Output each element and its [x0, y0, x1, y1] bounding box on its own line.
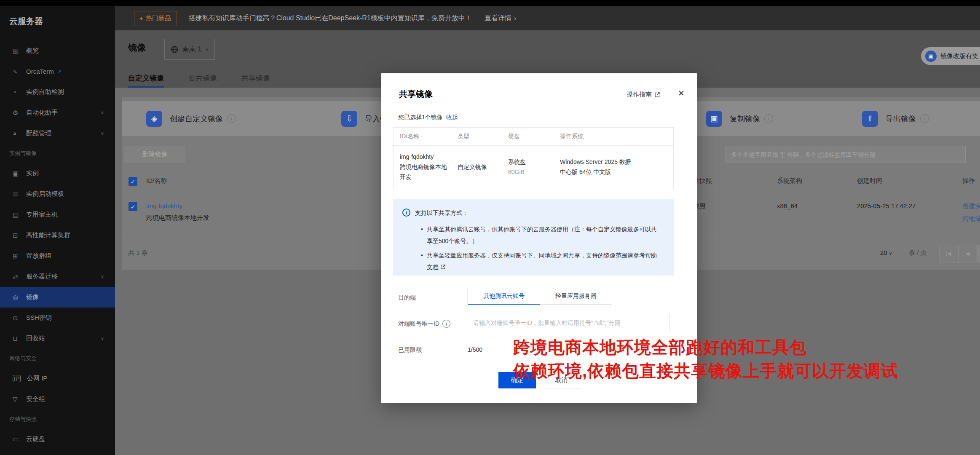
sidebar-item-security-group[interactable]: ▽安全组 — [0, 389, 115, 410]
annotation-line-2: 依赖环境,依赖包直接共享镜像上手就可以开发调试 — [513, 359, 898, 383]
external-link-icon — [654, 92, 660, 98]
row-checkbox[interactable]: ✓ — [129, 202, 137, 211]
tab-public-images[interactable]: 公共镜像 — [188, 68, 217, 88]
disk-icon: ▭ — [13, 436, 26, 443]
window-top-strip — [0, 0, 980, 6]
selected-image-row: img-fqdokhty跨境电商镜像本地开发 自定义镜像 系统盘80GiB Wi… — [394, 146, 673, 189]
sidebar-item-placement-group[interactable]: ⊞置放群组 — [0, 246, 115, 266]
image-icon: ◎ — [13, 294, 26, 301]
create-image-icon: ◈ — [146, 111, 162, 127]
export-image-icon: ⇧ — [862, 111, 878, 127]
flame-icon: ♦ — [140, 15, 143, 21]
m-col-os: 操作系统 — [560, 133, 667, 140]
operation-guide-link[interactable]: 操作指南 — [627, 91, 660, 99]
chevron-down-icon: ∨ — [889, 251, 892, 256]
m-image-type: 自定义镜像 — [458, 162, 508, 172]
host-icon: ▤ — [13, 211, 26, 219]
announcement-banner: ♦热门新品 搭建私有知识库动手门槛高？Cloud Studio已在DeepSee… — [115, 6, 980, 30]
pager-prev-button[interactable]: ◀ — [958, 245, 977, 262]
quota-value: 1/500 — [468, 346, 482, 353]
select-all-checkbox[interactable]: ✓ — [129, 177, 137, 186]
m-col-id: ID/名称 — [394, 133, 458, 140]
close-icon[interactable]: ✕ — [678, 88, 685, 98]
search-input[interactable] — [726, 146, 966, 163]
trash-icon: ⊔ — [13, 335, 26, 343]
sidebar-item-self-check[interactable]: ◔实例自助检测 — [0, 82, 115, 102]
page-size-select[interactable]: 20 ∨ — [880, 249, 892, 256]
instance-icon: ▣ — [13, 170, 26, 177]
info-icon[interactable]: i — [442, 320, 450, 328]
peer-account-input[interactable] — [468, 314, 670, 331]
sidebar-section-instances-images: 实例与镜像 — [0, 144, 115, 163]
dest-tencent-account-button[interactable]: 其他腾讯云账号 — [468, 288, 540, 305]
page-size-unit: 条 / 页 — [909, 249, 927, 257]
info-icon: i — [402, 209, 410, 217]
total-count: 共 1 条 — [128, 249, 148, 257]
sidebar-item-hpc-cluster[interactable]: ⊡高性能计算集群 — [0, 225, 115, 246]
notice-bullet-2: 共享至轻量应用服务器，仅支持同账号下、同地域之间共享，支持的镜像范围请参考帮助文… — [421, 249, 662, 273]
chevron-down-icon: ∨ — [101, 110, 104, 115]
product-title: 云服务器 — [0, 6, 115, 36]
collapse-link[interactable]: 收起 — [446, 114, 458, 120]
op-create-instance-link[interactable]: 创建实例 — [962, 202, 980, 210]
sidebar-item-overview[interactable]: ▦概览 — [0, 40, 115, 61]
export-image-card[interactable]: ⇧ 导出镜像 i — [843, 101, 980, 136]
destination-toggle: 其他腾讯云账号 轻量应用服务器 — [468, 288, 612, 305]
sidebar-item-cloud-disk[interactable]: ▭云硬盘 — [0, 429, 115, 450]
tab-custom-images[interactable]: 自定义镜像 — [128, 68, 164, 88]
disk-label: 系统盘 — [508, 157, 560, 167]
migration-icon: ⇄ — [13, 273, 26, 281]
delete-image-button[interactable]: 删除镜像 — [124, 146, 185, 163]
view-details-link[interactable]: 查看详情› — [485, 14, 516, 23]
image-revamp-promo[interactable]: ▣ 镜像改版有奖 — [921, 47, 980, 65]
dialog-title: 共享镜像 — [399, 88, 433, 100]
sidebar-item-quota[interactable]: ◕配额管理∨ — [0, 123, 115, 144]
screen: 云服务器 ▦概览 ∿OrcaTerm↗ ◔实例自助检测 ⚙自动化助手∨ ◕配额管… — [0, 0, 980, 455]
globe-icon — [171, 46, 179, 54]
template-icon: ☰ — [13, 190, 26, 198]
sidebar-section-network-security: 网络与安全 — [0, 349, 115, 368]
sidebar-item-ssh-keys[interactable]: ⊙SSH密钥 — [0, 308, 115, 328]
sidebar-item-images[interactable]: ◎镜像 — [0, 287, 115, 308]
sidebar-item-automation[interactable]: ⚙自动化助手∨ — [0, 102, 115, 123]
col-arch: 系统架构 — [777, 177, 802, 185]
m-col-disk: 硬盘 — [508, 133, 560, 140]
copy-image-card[interactable]: ▣ 复制镜像 i — [679, 101, 864, 136]
create-custom-image-card[interactable]: ◈ 创建自定义镜像 i — [122, 101, 265, 136]
m-image-id: img-fqdokhty — [400, 152, 458, 162]
sidebar-item-recycle-bin[interactable]: ⊔回收站∨ — [0, 328, 115, 349]
gear-icon: ⚙ — [13, 109, 26, 117]
info-icon[interactable]: i — [764, 114, 773, 123]
image-id-link[interactable]: img-fqdokhty — [146, 202, 182, 209]
tab-shared-images[interactable]: 共享镜像 — [241, 68, 270, 88]
dest-lighthouse-button[interactable]: 轻量应用服务器 — [540, 288, 612, 305]
col-created: 创建时间 — [857, 177, 882, 185]
sidebar-item-orcaterm[interactable]: ∿OrcaTerm↗ — [0, 61, 115, 82]
m-image-name: 跨境电商镜像本地开发 — [400, 162, 450, 182]
image-name: 跨境电商镜像本地开发 — [146, 214, 209, 222]
info-icon[interactable]: i — [227, 114, 236, 123]
annotation-line-1: 跨境电商本地环境全部跑好的和工具包 — [513, 336, 807, 359]
op-cross-region-copy-link[interactable]: 跨地域复制 — [962, 215, 980, 223]
pager-page-button[interactable] — [977, 245, 980, 262]
sidebar-item-server-migration[interactable]: ⇄服务器迁移∨ — [0, 266, 115, 287]
gift-icon: ▣ — [925, 51, 937, 62]
sidebar-item-launch-template[interactable]: ☰实例启动模板 — [0, 184, 115, 204]
peer-account-label: 对端账号唯一ID i — [398, 320, 450, 328]
page-header: 镜像 南京 1 ∨ ▣ 镜像改版有奖 — [115, 30, 980, 68]
quota-label: 已用限额 — [398, 346, 422, 354]
notice-title: 支持以下共享方式： — [415, 209, 468, 217]
external-link-icon — [440, 264, 446, 270]
sidebar-section-storage-snapshot: 存储与快照 — [0, 410, 115, 429]
sidebar-item-public-ip[interactable]: IP公网 IP — [0, 368, 115, 389]
orcaterm-icon: ∿ — [13, 68, 26, 75]
sidebar-item-instances[interactable]: ▣实例 — [0, 163, 115, 184]
chevron-down-icon: ∨ — [101, 131, 104, 136]
architecture: x86_64 — [777, 202, 798, 209]
info-icon[interactable]: i — [920, 114, 929, 123]
key-icon: ⊙ — [13, 314, 26, 322]
pager-first-button[interactable]: |◀ — [939, 245, 958, 262]
sidebar-item-dedicated-host[interactable]: ▤专用宿主机 — [0, 204, 115, 225]
region-selector[interactable]: 南京 1 ∨ — [164, 39, 215, 60]
public-ip-icon: IP — [13, 375, 21, 382]
